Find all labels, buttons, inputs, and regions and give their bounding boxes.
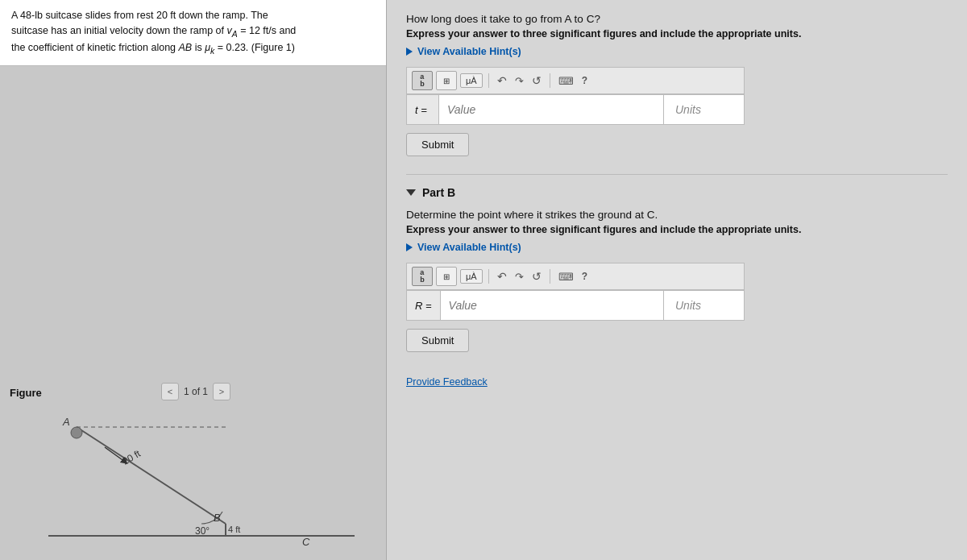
svg-text:B: B xyxy=(214,512,221,524)
problem-text: A 48-lb suitcase slides from rest 20 ft … xyxy=(0,0,386,66)
refresh-b-icon[interactable]: ↺ xyxy=(529,268,544,284)
part-a-hint-link[interactable]: View Available Hint(s) xyxy=(406,46,948,57)
figure-next-button[interactable]: > xyxy=(213,383,230,400)
keyboard-icon[interactable]: ⌨ xyxy=(556,73,576,89)
toolbar-grid-btn[interactable]: ⊞ xyxy=(436,71,457,90)
hint-triangle-icon xyxy=(406,48,413,56)
svg-text:A: A xyxy=(62,416,70,428)
toolbar-b-grid-btn[interactable]: ⊞ xyxy=(436,267,457,286)
toolbar-format-btn[interactable]: ab xyxy=(412,71,433,90)
figure-nav: < 1 of 1 > xyxy=(161,383,230,400)
part-b-question: Determine the point where it strikes the… xyxy=(406,209,948,221)
part-b-units: Units xyxy=(663,291,744,320)
svg-text:C: C xyxy=(302,536,310,548)
part-a-units: Units xyxy=(663,95,744,124)
part-b-toolbar: ab ⊞ μÀ ↶ ↷ ↺ ⌨ ? xyxy=(406,263,745,290)
part-a-section: How long does it take to go from A to C?… xyxy=(406,13,948,169)
problem-line3: the coefficient of kinetic friction alon… xyxy=(11,42,295,53)
part-a-question: How long does it take to go from A to C? xyxy=(406,13,948,25)
left-panel: A 48-lb suitcase slides from rest 20 ft … xyxy=(0,0,387,560)
redo-icon[interactable]: ↷ xyxy=(513,73,526,89)
svg-text:4 ft: 4 ft xyxy=(228,525,240,534)
figure-prev-button[interactable]: < xyxy=(161,383,179,400)
toolbar-b-mua-btn[interactable]: μÀ xyxy=(460,269,483,284)
part-b-collapse-icon[interactable] xyxy=(406,189,416,196)
part-b-instruction: Express your answer to three significant… xyxy=(406,224,948,235)
keyboard-b-icon[interactable]: ⌨ xyxy=(556,269,576,284)
part-a-label: t = xyxy=(407,95,439,124)
part-b-hint-link[interactable]: View Available Hint(s) xyxy=(406,242,948,253)
problem-line2: suitcase has an initial velocity down th… xyxy=(11,25,296,36)
part-a-answer-row: t = Units xyxy=(406,94,745,125)
toolbar-sep1 xyxy=(488,73,489,88)
svg-point-10 xyxy=(71,427,82,438)
toolbar-sep2 xyxy=(550,73,550,88)
part-a-submit-button[interactable]: Submit xyxy=(406,133,469,156)
part-a-hint-text: View Available Hint(s) xyxy=(417,46,521,57)
help-icon[interactable]: ? xyxy=(579,73,590,88)
part-b-submit-button[interactable]: Submit xyxy=(406,329,469,352)
figure-label: Figure xyxy=(10,387,42,399)
undo-icon[interactable]: ↶ xyxy=(495,73,509,89)
part-b-section: Part B Determine the point where it stri… xyxy=(406,186,948,365)
svg-text:30°: 30° xyxy=(195,525,210,537)
svg-line-12 xyxy=(105,447,125,462)
help-b-icon[interactable]: ? xyxy=(579,269,590,284)
provide-feedback-link[interactable]: Provide Feedback xyxy=(406,376,948,388)
part-a-toolbar: ab ⊞ μÀ ↶ ↷ ↺ ⌨ ? xyxy=(406,67,745,94)
figure-nav-text: 1 of 1 xyxy=(184,386,208,397)
toolbar-b-format-btn[interactable]: ab xyxy=(412,267,433,286)
toolbar-mua-btn[interactable]: μÀ xyxy=(460,73,483,88)
toolbar-b-sep2 xyxy=(550,269,550,284)
undo-b-icon[interactable]: ↶ xyxy=(495,268,509,284)
part-b-answer-row: R = Units xyxy=(406,290,745,321)
part-a-instruction: Express your answer to three significant… xyxy=(406,28,948,39)
toolbar-b-sep1 xyxy=(488,269,489,284)
problem-line1: A 48-lb suitcase slides from rest 20 ft … xyxy=(11,10,268,21)
svg-text:20 ft: 20 ft xyxy=(121,447,143,467)
svg-line-1 xyxy=(77,427,226,524)
part-b-label-r: R = xyxy=(407,291,441,320)
section-divider xyxy=(406,174,948,175)
refresh-icon[interactable]: ↺ xyxy=(529,73,544,89)
part-b-label: Part B xyxy=(422,186,455,199)
diagram-area: C 20 ft 30° 4 ft A B xyxy=(0,399,387,560)
redo-b-icon[interactable]: ↷ xyxy=(513,269,526,284)
part-b-value-input[interactable] xyxy=(441,291,663,320)
part-a-value-input[interactable] xyxy=(439,95,663,124)
part-b-header: Part B xyxy=(406,186,948,199)
part-b-hint-text: View Available Hint(s) xyxy=(417,242,521,253)
part-b-hint-triangle-icon xyxy=(406,243,413,251)
right-panel: How long does it take to go from A to C?… xyxy=(387,0,967,560)
